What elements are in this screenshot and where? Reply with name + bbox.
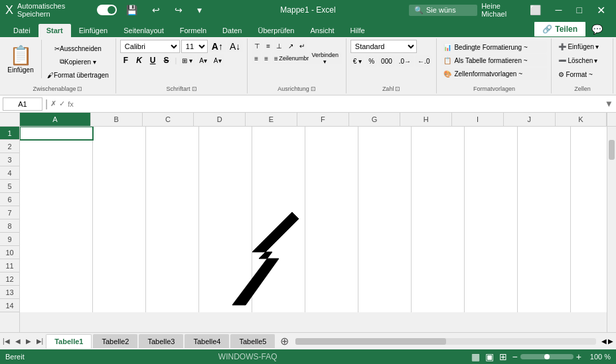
text-direction-button[interactable]: ↗ [285,40,296,52]
thousands-button[interactable]: 000 [378,55,395,67]
cell-D5[interactable] [199,180,252,193]
cell-B5[interactable] [93,180,146,193]
sheet-tab-4[interactable]: Tabelle4 [185,334,229,348]
help-search[interactable]: 🔍 Sie wüns [409,5,477,16]
cell-J11[interactable] [518,259,571,273]
cell-E1[interactable] [252,127,305,140]
cell-F13[interactable] [305,286,358,299]
format-cell-button[interactable]: ⚙ Format ~ [556,68,609,81]
cell-I11[interactable] [465,259,518,273]
col-header-F[interactable]: F [297,113,349,126]
cell-B3[interactable] [93,153,146,166]
col-header-K[interactable]: K [556,113,607,126]
cell-D10[interactable] [199,246,252,259]
cell-I6[interactable] [465,193,518,206]
col-header-J[interactable]: J [504,113,556,126]
italic-button[interactable]: K [133,54,145,67]
cell-I7[interactable] [465,206,518,219]
tab-daten[interactable]: Daten [214,24,250,37]
cell-D4[interactable] [199,166,252,180]
cell-C14[interactable] [146,299,199,312]
cell-E13[interactable] [252,286,305,299]
cell-A14[interactable] [20,299,93,312]
strikethrough-button[interactable]: S [161,54,173,67]
indent-button[interactable]: ↵ [297,40,307,52]
cell-F2[interactable] [305,140,358,153]
cell-G1[interactable] [358,127,412,140]
quick-access-dropdown[interactable]: ▾ [192,3,207,17]
cell-H4[interactable] [412,166,465,180]
col-header-C[interactable]: C [143,113,194,126]
cell-B1[interactable] [93,127,146,140]
cell-J13[interactable] [518,286,571,299]
cell-K9[interactable] [571,233,607,246]
cell-styles-button[interactable]: 🎨 Zellenformatvorlagen ~ [441,68,547,80]
cell-F11[interactable] [305,259,358,273]
cell-H6[interactable] [412,193,465,206]
sheet-tab-1[interactable]: Tabelle1 [46,334,92,349]
cell-J6[interactable] [518,193,571,206]
cell-J9[interactable] [518,233,571,246]
col-header-G[interactable]: G [349,113,401,126]
sheet-tab-5[interactable]: Tabelle5 [230,334,275,348]
cell-C3[interactable] [146,153,199,166]
zoom-in-button[interactable]: + [576,351,581,362]
cell-E2[interactable] [252,140,305,153]
cell-J1[interactable] [518,127,571,140]
bold-button[interactable]: F [120,54,131,67]
cell-G2[interactable] [358,140,412,153]
tab-formeln[interactable]: Formeln [172,24,214,37]
align-left-button[interactable]: ≡ [252,52,261,64]
font-name-select[interactable]: Calibri [120,40,180,53]
cell-D6[interactable] [199,193,252,206]
cell-J5[interactable] [518,180,571,193]
row-num-13[interactable]: 13 [0,286,19,299]
row-num-6[interactable]: 6 [0,193,19,206]
cell-C4[interactable] [146,166,199,180]
cell-D11[interactable] [199,259,252,273]
formula-expand-button[interactable]: ▼ [605,99,613,109]
cell-H1[interactable] [412,127,465,140]
increase-font-button[interactable]: A↑ [209,40,226,52]
align-bottom-button[interactable]: ⊥ [273,40,285,52]
cell-A9[interactable] [20,233,93,246]
cell-B13[interactable] [93,286,146,299]
cell-B8[interactable] [93,219,146,233]
cell-I1[interactable] [465,127,518,140]
merge-button[interactable]: Verbinden ▾ [309,52,342,64]
sheet-nav-first[interactable]: |◀ [0,336,13,346]
cell-K14[interactable] [571,299,607,312]
cell-G3[interactable] [358,153,412,166]
tab-einfuegen[interactable]: Einfügen [71,24,116,37]
cell-B11[interactable] [93,259,146,273]
tab-ansicht[interactable]: Ansicht [302,24,342,37]
col-header-B[interactable]: B [91,113,143,126]
display-button[interactable]: ⬜ [524,3,546,17]
formula-input[interactable] [76,100,602,108]
cell-G6[interactable] [358,193,412,206]
cell-B4[interactable] [93,166,146,180]
cell-F14[interactable] [305,299,358,312]
cell-C12[interactable] [146,273,199,286]
cell-G4[interactable] [358,166,412,180]
cell-E4[interactable] [252,166,305,180]
cell-E10[interactable] [252,246,305,259]
cell-E8[interactable] [252,219,305,233]
cell-G14[interactable] [358,299,412,312]
zahl-expand-icon[interactable]: ⊡ [395,86,400,92]
cell-G11[interactable] [358,259,412,273]
cell-G9[interactable] [358,233,412,246]
col-header-D[interactable]: D [194,113,246,126]
cell-H14[interactable] [412,299,465,312]
cell-H13[interactable] [412,286,465,299]
cell-K4[interactable] [571,166,607,180]
cell-K11[interactable] [571,259,607,273]
cell-I14[interactable] [465,299,518,312]
fill-color-button[interactable]: A▾ [196,54,210,66]
cell-B9[interactable] [93,233,146,246]
cell-K6[interactable] [571,193,607,206]
cell-J10[interactable] [518,246,571,259]
minimize-button[interactable]: ─ [550,3,568,17]
cell-H8[interactable] [412,219,465,233]
cell-C9[interactable] [146,233,199,246]
